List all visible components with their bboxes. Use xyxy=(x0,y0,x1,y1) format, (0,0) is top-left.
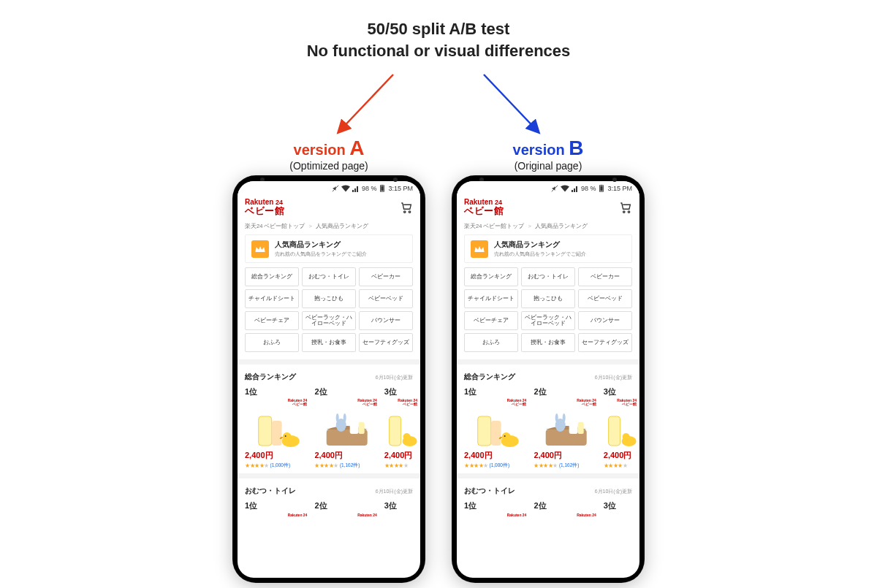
category-button[interactable]: バウンサー xyxy=(578,311,632,330)
rakuten-logo: Rakuten 24 ベビー館 xyxy=(245,199,284,215)
version-b-label: version B (Original page) xyxy=(453,137,643,172)
phone-b: 98 % 3:15 PM Rakuten 24 ベビー館 楽天24 ベビー館トッ… xyxy=(452,175,645,583)
product-card[interactable]: 3位 ベビー館 2,400円 ★★★★★ xyxy=(604,386,639,469)
product-card[interactable]: 1位 ベビー館 xyxy=(245,386,310,469)
arrow-to-version-a xyxy=(339,75,393,131)
rank-label: 3位 xyxy=(604,386,639,397)
ranking-title-card: 人気商品ランキング 売れ筋の人気商品をランキングでご紹介 xyxy=(464,234,632,263)
version-a-label: version A (Optimized page) xyxy=(234,137,424,172)
breadcrumb-sep: > xyxy=(528,223,531,229)
mute-icon xyxy=(551,185,558,192)
product-card[interactable]: 1位 ベビー館 xyxy=(464,386,529,469)
rating: ★★★★★ (1,162件) xyxy=(314,462,379,469)
price: 2,400円 xyxy=(464,450,529,461)
svg-rect-2 xyxy=(354,188,356,192)
price: 2,400円 xyxy=(245,450,310,461)
svg-rect-1 xyxy=(352,190,354,192)
category-button[interactable]: 総合ランキング xyxy=(245,267,299,286)
cart-icon[interactable] xyxy=(619,201,632,214)
rank-row: 1位 2位 3位 xyxy=(457,499,639,517)
breadcrumb-sep: > xyxy=(309,223,312,229)
rank-label: 2位 xyxy=(534,386,599,397)
product-thumbnail xyxy=(314,408,379,447)
svg-rect-34 xyxy=(491,421,501,446)
svg-rect-44 xyxy=(578,422,584,434)
category-button[interactable]: チャイルドシート xyxy=(464,289,518,308)
svg-rect-21 xyxy=(389,416,400,446)
category-button[interactable]: ベビーラック・ハイローベッド xyxy=(302,311,356,330)
product-thumbnail xyxy=(534,408,599,447)
category-button[interactable]: ベビーベッド xyxy=(578,289,632,308)
breadcrumb-item[interactable]: 人気商品ランキング xyxy=(316,223,368,229)
phones-row: 98 % 3:15 PM Rakuten 24 ベビー館 楽天24 ベビー館トッ… xyxy=(0,175,877,583)
section-title: おむつ・トイレ xyxy=(464,486,515,496)
svg-point-32 xyxy=(628,210,629,212)
price: 2,400円 xyxy=(604,450,639,461)
version-a-letter: A xyxy=(349,137,364,159)
signal-icon xyxy=(572,185,579,192)
section-head-diapers: おむつ・トイレ 6月10日(金)更新 xyxy=(238,473,420,499)
price: 2,400円 xyxy=(384,450,420,461)
section-title: 総合ランキング xyxy=(464,372,515,382)
product-card[interactable]: 2位 ベビー館 xyxy=(534,386,599,469)
svg-rect-10 xyxy=(272,421,282,446)
breadcrumb-item[interactable]: 楽天24 ベビー館トップ xyxy=(464,223,524,229)
product-card[interactable]: 2位 ベビー館 xyxy=(314,386,379,469)
category-button[interactable]: ベビーラック・ハイローベッド xyxy=(521,311,575,330)
product-card[interactable]: 3位 ベビー館 2,400円 ★★★★★ xyxy=(384,386,420,469)
breadcrumb[interactable]: 楽天24 ベビー館トップ > 人気商品ランキング xyxy=(457,220,639,234)
version-b-subtitle: (Original page) xyxy=(453,160,643,172)
category-button[interactable]: おふろ xyxy=(245,333,299,352)
category-button[interactable]: 授乳・お食事 xyxy=(521,333,575,352)
category-button[interactable]: ベビーカー xyxy=(359,267,413,286)
phone-a: 98 % 3:15 PM Rakuten 24 ベビー館 楽天24 ベビー館トッ… xyxy=(232,175,425,583)
svg-point-41 xyxy=(555,413,558,422)
product-row: 1位 ベビー館 xyxy=(238,385,420,473)
svg-rect-45 xyxy=(608,416,620,446)
version-b-letter: B xyxy=(569,137,583,159)
svg-point-23 xyxy=(403,433,410,440)
rank-label: 2位 xyxy=(314,500,379,511)
battery-icon xyxy=(379,185,386,192)
category-button[interactable]: ベビーベッド xyxy=(359,289,413,308)
category-button[interactable]: おむつ・トイレ xyxy=(521,267,575,286)
rank-row: 1位 2位 3位 xyxy=(238,499,420,517)
breadcrumb-item[interactable]: 人気商品ランキング xyxy=(535,223,588,229)
category-button[interactable]: バウンサー xyxy=(359,311,413,330)
svg-point-31 xyxy=(623,210,625,212)
cart-icon[interactable] xyxy=(400,201,413,214)
seller-mini xyxy=(314,513,379,517)
category-button[interactable]: おむつ・トイレ xyxy=(302,267,356,286)
category-button[interactable]: チャイルドシート xyxy=(245,289,299,308)
category-button[interactable]: セーフティグッズ xyxy=(578,333,632,352)
rating: ★★★★★ xyxy=(384,462,420,469)
section-updated: 6月10日(金)更新 xyxy=(595,374,632,381)
category-button[interactable]: ベビーチェア xyxy=(245,311,299,330)
rank-label: 3位 xyxy=(384,500,420,511)
rating: ★★★★★ (1,000件) xyxy=(245,462,310,469)
category-button[interactable]: 総合ランキング xyxy=(464,267,518,286)
category-button[interactable]: セーフティグッズ xyxy=(359,333,413,352)
category-button[interactable]: 抱っこひも xyxy=(302,289,356,308)
category-grid: 総合ランキング おむつ・トイレ ベビーカー チャイルドシート 抱っこひも ベビー… xyxy=(238,267,420,359)
rating: ★★★★★ (1,162件) xyxy=(534,462,599,469)
wifi-icon xyxy=(341,185,350,192)
breadcrumb-item[interactable]: 楽天24 ベビー館トップ xyxy=(245,223,305,229)
section-updated: 6月10日(金)更新 xyxy=(376,488,413,495)
seller-mini: ベビー館 xyxy=(314,399,379,406)
clock-text: 3:15 PM xyxy=(388,185,413,192)
svg-point-13 xyxy=(283,432,292,441)
section-updated: 6月10日(金)更新 xyxy=(376,374,413,381)
breadcrumb[interactable]: 楽天24 ベビー館トップ > 人気商品ランキング xyxy=(238,220,420,234)
category-button[interactable]: 授乳・お食事 xyxy=(302,333,356,352)
version-b-prefix: version xyxy=(513,142,565,158)
category-button[interactable]: ベビーチェア xyxy=(464,311,518,330)
category-button[interactable]: 抱っこひも xyxy=(521,289,575,308)
rank-label: 1位 xyxy=(464,500,529,511)
category-button[interactable]: おふろ xyxy=(464,333,518,352)
seller-mini xyxy=(245,513,310,517)
version-a-prefix: version xyxy=(294,142,346,158)
seller-mini xyxy=(464,513,529,517)
category-button[interactable]: ベビーカー xyxy=(578,267,632,286)
svg-rect-33 xyxy=(478,416,491,446)
